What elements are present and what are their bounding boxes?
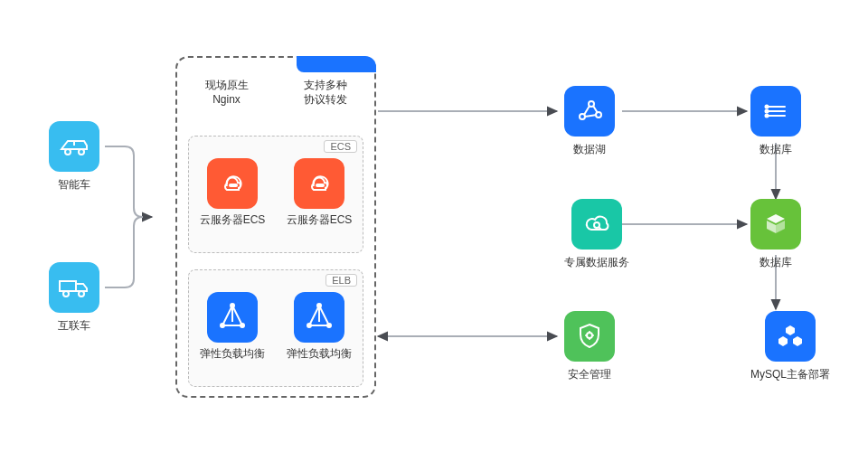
svg-rect-2 [60,281,76,291]
svg-rect-6 [316,184,325,187]
center-cluster: 现场原生Nginx 支持多种协议转发 ECS 云服务器ECS [175,56,376,398]
elb-b: 弹性负载均衡 [287,292,352,362]
node-security: 安全管理 [564,311,615,382]
svg-point-8 [221,324,224,327]
ecs-a: 云服务器ECS [200,158,266,228]
car-icon [49,121,99,172]
layers-icon [750,86,801,137]
elb-group: ELB 弹性负载均衡 弹性负载均衡 [188,269,363,387]
svg-rect-5 [229,184,238,187]
cloud-search-icon [571,199,622,250]
elb-icon [207,292,258,343]
ecs-icon [207,158,258,209]
elb-icon [294,292,344,343]
ecs-icon [294,158,344,209]
truck-label: 互联车 [49,318,99,334]
cluster-header: 现场原生Nginx 支持多种协议转发 [177,78,374,107]
svg-point-11 [307,324,311,327]
cube-icon [750,199,801,250]
svg-point-9 [241,324,244,327]
network-icon [564,86,615,137]
node-datalake: 数据湖 [564,86,615,157]
cluster-tab [297,56,376,72]
svg-point-3 [63,291,69,297]
header-right: 支持多种协议转发 [304,78,347,107]
ecs-b: 云服务器ECS [287,158,353,228]
header-left: 现场原生Nginx [205,78,249,107]
car-label: 智能车 [49,177,99,193]
svg-point-17 [766,110,769,113]
node-dataware: 数据库 [750,86,801,157]
ecs-tag: ECS [324,140,357,153]
svg-point-16 [766,106,769,108]
elb-tag: ELB [326,274,357,287]
truck-icon [49,262,99,313]
node-car: 智能车 [49,121,99,193]
svg-point-20 [587,333,592,338]
connectors [0,0,868,452]
svg-point-12 [327,324,331,327]
ecs-group: ECS 云服务器ECS 云服务器ECS [188,136,363,253]
svg-point-1 [79,149,84,155]
svg-point-0 [65,149,71,155]
elb-a: 弹性负载均衡 [200,292,265,362]
svg-point-4 [79,291,84,297]
shield-gear-icon [564,311,615,362]
diagram-stage: 智能车 互联车 现场原生Nginx 支持多种协议转发 ECS [0,0,868,452]
node-cloudsvc: 专属数据服务 [564,199,629,270]
hex-cluster-icon [765,311,816,362]
node-mysql: MySQL主备部署 [750,311,830,382]
node-appware: 数据库 [750,199,801,270]
svg-point-18 [766,115,769,118]
node-truck: 互联车 [49,262,99,334]
